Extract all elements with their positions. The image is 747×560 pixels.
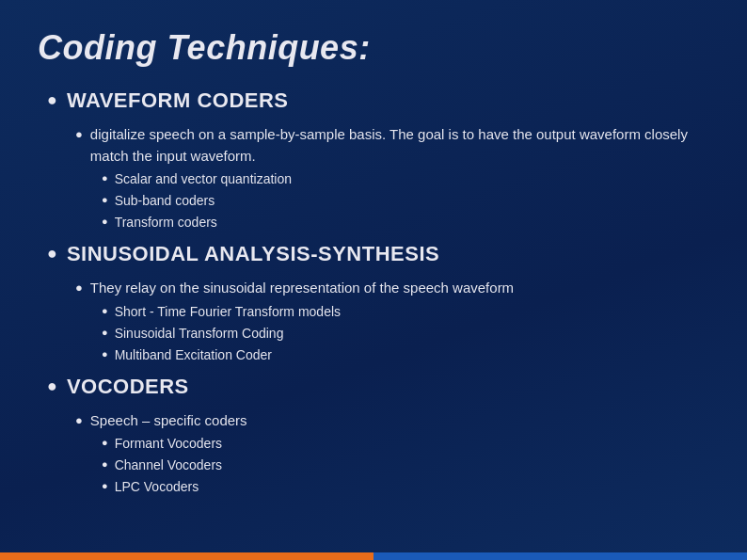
bullet2-sinusoidal-desc: ● xyxy=(75,280,83,295)
level2-desc-vocoders: ● Speech – specific coders xyxy=(75,410,709,432)
bullet3-sinusoidal-1: ● xyxy=(102,305,108,316)
level1-item-vocoders: ● VOCODERS xyxy=(47,375,709,399)
list-item: ● Channel Vocoders xyxy=(102,456,709,475)
sinusoidal-sub-2: Sinusoidal Transform Coding xyxy=(115,324,284,344)
level3-block-sinusoidal: ● Short - Time Fourier Transform models … xyxy=(75,302,709,365)
level3-block-vocoders: ● Formant Vocoders ● Channel Vocoders ● … xyxy=(75,434,709,497)
bullet-waveform: ● xyxy=(47,90,57,110)
bullet-vocoders: ● xyxy=(47,376,57,396)
list-item: ● LPC Vocoders xyxy=(102,477,709,497)
desc-vocoders: Speech – specific coders xyxy=(90,410,247,432)
bullet2-waveform-desc: ● xyxy=(75,127,83,141)
level3-block-waveform: ● Scalar and vector quantization ● Sub-b… xyxy=(75,169,709,232)
vocoders-sub-3: LPC Vocoders xyxy=(115,477,199,497)
list-item: ● Sub-band coders xyxy=(102,191,709,211)
bullet-sinusoidal: ● xyxy=(47,244,57,264)
waveform-sub-2: Sub-band coders xyxy=(115,191,215,211)
slide-title: Coding Techniques: xyxy=(38,28,709,68)
section-waveform: ● WAVEFORM CODERS ● digitalize speech on… xyxy=(47,88,709,232)
bullet3-waveform-3: ● xyxy=(102,216,108,227)
level2-block-vocoders: ● Speech – specific coders ● Formant Voc… xyxy=(47,410,709,498)
list-item: ● Multiband Excitation Coder xyxy=(102,345,709,365)
level1-item-waveform: ● WAVEFORM CODERS xyxy=(47,88,709,113)
waveform-sub-3: Transform coders xyxy=(115,213,217,232)
sinusoidal-sub-1: Short - Time Fourier Transform models xyxy=(115,302,341,322)
heading-sinusoidal: SINUSOIDAL ANALYSIS-SYNTHESIS xyxy=(67,242,439,266)
bottom-bar xyxy=(0,552,747,560)
section-vocoders: ● VOCODERS ● Speech – specific coders ● … xyxy=(47,375,709,498)
bullet3-waveform-2: ● xyxy=(102,194,108,205)
desc-waveform: digitalize speech on a sample-by-sample … xyxy=(90,124,709,167)
level1-item-sinusoidal: ● SINUSOIDAL ANALYSIS-SYNTHESIS xyxy=(47,242,709,266)
bullet3-waveform-1: ● xyxy=(102,172,108,184)
slide: Coding Techniques: ● WAVEFORM CODERS ● d… xyxy=(0,0,747,560)
bullet3-vocoders-1: ● xyxy=(102,437,108,448)
bar-segment-orange xyxy=(0,552,374,560)
level2-block-waveform: ● digitalize speech on a sample-by-sampl… xyxy=(47,124,709,232)
bullet3-sinusoidal-3: ● xyxy=(102,348,108,360)
bullet3-vocoders-3: ● xyxy=(102,480,108,491)
sinusoidal-sub-3: Multiband Excitation Coder xyxy=(115,345,272,365)
desc-sinusoidal: They relay on the sinusoidal representat… xyxy=(90,278,514,299)
bullet3-sinusoidal-2: ● xyxy=(102,327,108,338)
list-item: ● Transform coders xyxy=(102,213,709,232)
list-item: ● Sinusoidal Transform Coding xyxy=(102,324,709,344)
heading-vocoders: VOCODERS xyxy=(67,375,189,399)
list-item: ● Short - Time Fourier Transform models xyxy=(102,302,709,322)
list-item: ● Scalar and vector quantization xyxy=(102,169,709,189)
bullet3-vocoders-2: ● xyxy=(102,458,108,470)
vocoders-sub-1: Formant Vocoders xyxy=(115,434,222,454)
slide-content: ● WAVEFORM CODERS ● digitalize speech on… xyxy=(38,88,709,497)
vocoders-sub-2: Channel Vocoders xyxy=(115,456,222,475)
section-sinusoidal: ● SINUSOIDAL ANALYSIS-SYNTHESIS ● They r… xyxy=(47,242,709,365)
bar-segment-blue xyxy=(374,552,747,560)
level2-block-sinusoidal: ● They relay on the sinusoidal represent… xyxy=(47,278,709,365)
list-item: ● Formant Vocoders xyxy=(102,434,709,454)
bullet2-vocoders-desc: ● xyxy=(75,413,83,427)
heading-waveform: WAVEFORM CODERS xyxy=(67,88,289,113)
level2-desc-sinusoidal: ● They relay on the sinusoidal represent… xyxy=(75,278,709,299)
waveform-sub-1: Scalar and vector quantization xyxy=(115,169,292,189)
level2-desc-waveform: ● digitalize speech on a sample-by-sampl… xyxy=(75,124,709,167)
